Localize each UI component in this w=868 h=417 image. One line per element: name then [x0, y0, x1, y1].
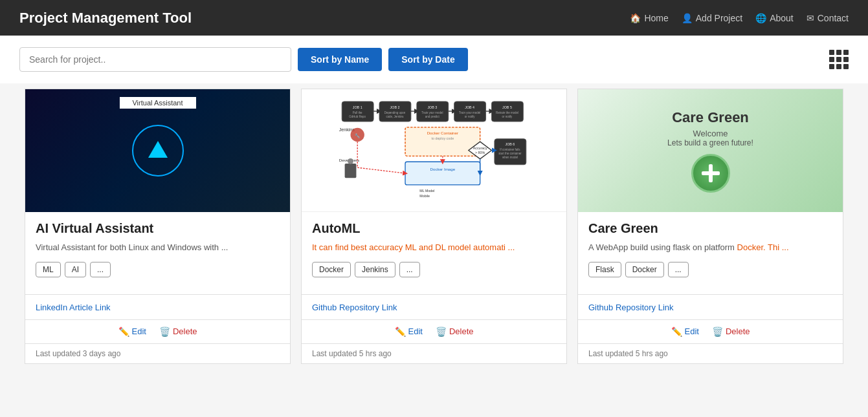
nav-contact[interactable]: ✉ Contact [807, 13, 849, 23]
svg-text:to deploy code: to deploy code [432, 136, 454, 140]
svg-text:If container fails: If container fails [500, 148, 520, 151]
caregreen-title: Care Green [672, 109, 749, 126]
svg-text:Train your model: Train your model [459, 111, 480, 114]
svg-text:Accuracy: Accuracy [473, 146, 487, 150]
card-link-2[interactable]: Github Repository Link [312, 303, 397, 312]
card-link-section-1: LinkedIn Article Link [25, 294, 290, 319]
edit-button-1[interactable]: ✏️ Edit [118, 326, 146, 337]
search-input[interactable] [19, 47, 291, 72]
grid-dot [829, 64, 834, 69]
card-timestamp-1: Last updated 3 days ago [25, 343, 290, 363]
svg-text:🔧: 🔧 [355, 133, 360, 138]
card-image-caregreen: Care Green Welcome Lets build a green fu… [578, 89, 843, 212]
grid-dot [829, 50, 834, 55]
grid-dot [836, 57, 841, 62]
svg-text:GitHub Repo: GitHub Repo [349, 115, 366, 118]
cards-container: AI Virtual Assistant Virtual Assistant f… [0, 83, 868, 389]
card-link-3[interactable]: Github Repository Link [588, 303, 674, 312]
svg-text:when model: when model [502, 156, 518, 159]
grid-dot [829, 57, 834, 62]
tag-more-3: ... [668, 262, 689, 277]
home-icon: 🏠 [630, 13, 641, 23]
project-card-ai-virtual-assistant: AI Virtual Assistant Virtual Assistant f… [25, 89, 291, 364]
sort-by-name-button[interactable]: Sort by Name [298, 48, 382, 71]
card-link-section-3: Github Repository Link [578, 294, 843, 319]
card-tags-3: Flask Docker ... [588, 262, 832, 277]
tag-jenkins: Jenkins [355, 262, 395, 277]
card-desc-2: It can find best accuracy ML and DL mode… [312, 241, 556, 254]
tag-more-1: ... [90, 262, 111, 277]
edit-button-2[interactable]: ✏️ Edit [395, 326, 423, 337]
card-body-1: AI Virtual Assistant Virtual Assistant f… [25, 212, 290, 294]
svg-text:Retrain the model: Retrain the model [496, 111, 518, 114]
svg-text:Depending upon: Depending upon [384, 111, 406, 114]
trash-icon-3: 🗑️ [712, 326, 723, 337]
delete-button-1[interactable]: 🗑️ Delete [159, 326, 197, 337]
trash-icon-2: 🗑️ [436, 326, 447, 337]
svg-text:JOB 3: JOB 3 [427, 105, 437, 109]
toolbar: Sort by Name Sort by Date [0, 36, 868, 83]
svg-text:JOB 2: JOB 2 [390, 105, 400, 109]
card-timestamp-2: Last updated 5 hrs ago [302, 343, 566, 363]
svg-text:Mobile: Mobile [419, 194, 430, 198]
card-image-ai [25, 89, 290, 212]
grid-dot [843, 50, 849, 55]
grid-toggle-button[interactable] [829, 50, 849, 69]
navbar: Project Management Tool 🏠 Home 👤 Add Pro… [0, 0, 868, 36]
svg-text:> 80%: > 80% [475, 151, 485, 155]
edit-icon-3: ✏️ [671, 326, 682, 337]
add-person-icon: 👤 [682, 13, 693, 23]
card-timestamp-3: Last updated 5 hrs ago [578, 343, 843, 363]
ai-circle [132, 125, 184, 176]
svg-text:JOB 5: JOB 5 [502, 105, 512, 109]
grid-dot [843, 64, 849, 69]
tag-ai: AI [65, 262, 86, 277]
svg-text:JOB 4: JOB 4 [465, 105, 474, 109]
sort-by-date-button[interactable]: Sort by Date [388, 48, 467, 71]
card-desc-3: A WebApp build using flask on platform D… [588, 241, 832, 254]
svg-text:code, Jenkins: code, Jenkins [386, 115, 404, 118]
green-cross-icon [691, 154, 730, 193]
card-title-2: AutoML [312, 221, 556, 236]
navbar-links: 🏠 Home 👤 Add Project 🌐 About ✉ Contact [630, 13, 849, 23]
nav-about[interactable]: 🌐 About [755, 13, 794, 23]
svg-point-34 [348, 158, 353, 164]
svg-line-47 [357, 167, 405, 173]
svg-text:Pull the: Pull the [353, 111, 362, 114]
nav-home[interactable]: 🏠 Home [630, 13, 668, 23]
svg-text:JOB 1: JOB 1 [353, 105, 362, 109]
grid-dot [843, 57, 849, 62]
svg-text:Docker Image: Docker Image [430, 167, 455, 171]
svg-text:Docker Container: Docker Container [427, 131, 458, 135]
edit-icon-1: ✏️ [118, 326, 129, 337]
ai-visual [126, 109, 190, 193]
ai-triangle-icon [148, 141, 168, 158]
mail-icon: ✉ [807, 13, 814, 23]
nav-add-project[interactable]: 👤 Add Project [682, 13, 742, 23]
card-actions-2: ✏️ Edit 🗑️ Delete [302, 319, 566, 343]
svg-text:JOB 6: JOB 6 [506, 142, 515, 146]
project-card-care-green: Care Green Welcome Lets build a green fu… [577, 89, 843, 364]
tag-flask: Flask [588, 262, 621, 277]
caregreen-welcome: Welcome [693, 129, 728, 138]
grid-dot [836, 64, 841, 69]
delete-button-2[interactable]: 🗑️ Delete [436, 326, 474, 337]
svg-text:or notify: or notify [465, 115, 476, 118]
card-image-automl: JOB 1 Pull the GitHub Repo JOB 2 Dependi… [302, 89, 566, 212]
app-title: Project Management Tool [19, 10, 630, 27]
trash-icon-1: 🗑️ [159, 326, 170, 337]
edit-button-3[interactable]: ✏️ Edit [671, 326, 699, 337]
card-actions-1: ✏️ Edit 🗑️ Delete [25, 319, 290, 343]
globe-icon: 🌐 [755, 13, 766, 23]
svg-text:ML Model: ML Model [419, 189, 434, 193]
card-link-1[interactable]: LinkedIn Article Link [36, 303, 111, 312]
card-link-section-2: Github Repository Link [302, 294, 566, 319]
card-actions-3: ✏️ Edit 🗑️ Delete [578, 319, 843, 343]
card-title-1: AI Virtual Assistant [36, 221, 280, 236]
delete-button-3[interactable]: 🗑️ Delete [712, 326, 750, 337]
svg-text:and predict: and predict [425, 115, 440, 118]
card-body-3: Care Green A WebApp build using flask on… [578, 212, 843, 294]
tag-ml: ML [36, 262, 61, 277]
card-tags-2: Docker Jenkins ... [312, 262, 556, 277]
card-body-2: AutoML It can find best accuracy ML and … [302, 212, 566, 294]
